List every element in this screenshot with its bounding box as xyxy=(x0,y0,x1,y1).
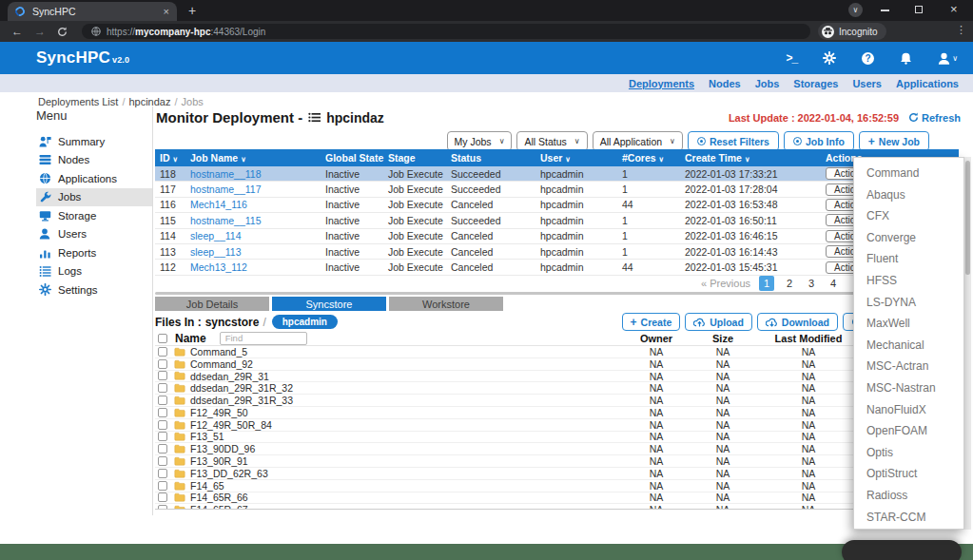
folder-name[interactable]: F14_65R_67 xyxy=(190,504,248,510)
application-menu-item[interactable]: NanoFluidX xyxy=(854,399,963,421)
folder-name[interactable]: F13_90DD_96 xyxy=(190,443,255,454)
new-job-button[interactable]: +New Job xyxy=(859,131,929,151)
application-menu-item[interactable]: Mechanical xyxy=(854,335,963,357)
file-row[interactable]: F14_65 NA NA NA xyxy=(155,480,959,492)
jobs-scope-select[interactable]: My Jobs∨ xyxy=(447,131,513,151)
nav-users[interactable]: Users xyxy=(852,78,882,89)
job-row[interactable]: 114 sleep__114 Inactive Job Execute Canc… xyxy=(155,229,959,244)
job-name-link[interactable]: Mech14_116 xyxy=(185,199,321,210)
pagination-page[interactable]: 1 xyxy=(759,276,774,291)
name-column-header[interactable]: Name xyxy=(175,332,206,345)
application-menu-item[interactable]: Command xyxy=(854,163,963,184)
folder-name[interactable]: Command_5 xyxy=(190,346,247,357)
create-button[interactable]: +Create xyxy=(622,313,681,331)
jobs-column-header[interactable]: Status∨ xyxy=(446,152,535,164)
file-row[interactable]: F12_49R_50 NA NA NA xyxy=(155,407,959,419)
sidebar-item-nodes[interactable]: Nodes xyxy=(36,151,152,170)
status-select[interactable]: All Status∨ xyxy=(516,131,587,151)
application-menu-item[interactable]: LS-DYNA xyxy=(854,292,963,314)
application-menu-item[interactable]: MaxWell xyxy=(854,313,963,335)
tab-close-icon[interactable]: × xyxy=(164,7,169,17)
application-menu-item[interactable]: OpenFOAM xyxy=(854,420,963,442)
row-checkbox[interactable] xyxy=(158,383,167,393)
window-close-button[interactable]: × xyxy=(950,2,958,16)
user-menu[interactable]: ∨ xyxy=(938,52,958,65)
folder-name[interactable]: F13_DD_62R_63 xyxy=(190,468,268,479)
application-menu-item[interactable]: MSC-Actran xyxy=(854,356,963,377)
folder-name[interactable]: ddsedan_29R_31R_33 xyxy=(190,395,293,406)
application-menu-item[interactable]: Abaqus xyxy=(854,184,963,206)
sidebar-item-settings[interactable]: Settings xyxy=(36,280,152,299)
application-menu-item[interactable]: Optis xyxy=(854,442,963,464)
window-maximize-button[interactable] xyxy=(915,6,923,13)
pagination-page[interactable]: 4 xyxy=(827,278,840,289)
row-checkbox[interactable] xyxy=(158,396,167,405)
job-name-link[interactable]: hostname__115 xyxy=(185,215,321,226)
folder-name[interactable]: F12_49R_50R_84 xyxy=(190,419,272,431)
job-row[interactable]: 116 Mech14_116 Inactive Job Execute Canc… xyxy=(155,198,959,213)
job-name-link[interactable]: sleep__113 xyxy=(185,246,321,258)
file-row[interactable]: Command_92 NA NA NA xyxy=(155,358,959,371)
job-row[interactable]: 117 hostname__117 Inactive Job Execute S… xyxy=(155,182,959,197)
row-checkbox[interactable] xyxy=(158,420,167,430)
back-icon[interactable]: ← xyxy=(11,25,23,38)
folder-name[interactable]: F13_90R_91 xyxy=(190,455,248,467)
path-chip[interactable]: hpcadmin xyxy=(272,315,338,329)
folder-name[interactable]: F13_51 xyxy=(190,431,224,442)
tab-workstore[interactable]: Workstore xyxy=(389,297,503,311)
jobs-column-header[interactable]: Create Time∨ xyxy=(680,152,821,164)
folder-name[interactable]: ddsedan_29R_31 xyxy=(190,371,269,382)
pagination-previous[interactable]: « Previous xyxy=(701,278,750,289)
application-menu-item[interactable]: Fluent xyxy=(854,248,963,270)
tab-search-icon[interactable]: ∨ xyxy=(848,3,863,17)
terminal-icon[interactable]: >_ xyxy=(786,51,797,65)
breadcrumb-deployments-list[interactable]: Deployments List xyxy=(38,96,118,107)
jobs-column-header[interactable]: #Cores∨ xyxy=(617,152,680,164)
jobs-column-header[interactable]: Stage∨ xyxy=(383,152,446,164)
job-row[interactable]: 115 hostname__115 Inactive Job Execute S… xyxy=(155,213,959,228)
notifications-bell-icon[interactable] xyxy=(900,52,912,65)
browser-menu-icon[interactable]: ⋮ xyxy=(956,24,966,36)
pagination-page[interactable]: 3 xyxy=(805,278,818,289)
sidebar-item-jobs[interactable]: Jobs xyxy=(36,188,152,207)
sidebar-item-reports[interactable]: Reports xyxy=(36,243,152,262)
file-row[interactable]: F13_90R_91 NA NA NA xyxy=(155,455,959,468)
job-name-link[interactable]: hostname__118 xyxy=(185,168,321,180)
jobs-column-header[interactable]: User∨ xyxy=(535,152,617,164)
row-checkbox[interactable] xyxy=(158,432,167,441)
owner-column-header[interactable]: Owner xyxy=(623,333,690,344)
application-menu-item[interactable]: Radioss xyxy=(854,485,963,507)
size-column-header[interactable]: Size xyxy=(690,333,756,344)
nav-jobs[interactable]: Jobs xyxy=(755,78,780,89)
row-checkbox[interactable] xyxy=(158,444,167,454)
reset-filters-button[interactable]: Reset Filters xyxy=(688,131,779,151)
row-checkbox[interactable] xyxy=(158,505,167,510)
job-info-button[interactable]: Job Info xyxy=(784,131,854,151)
application-menu-item[interactable]: Converge xyxy=(854,227,963,249)
nav-applications[interactable]: Applications xyxy=(896,78,959,89)
url-bar[interactable]: https://mycompany-hpc:44363/Login xyxy=(82,24,810,39)
application-menu-item[interactable]: OptiStruct xyxy=(854,463,963,485)
tab-syncstore[interactable]: Syncstore xyxy=(272,297,386,311)
site-info-icon[interactable] xyxy=(91,27,101,36)
horizontal-scrollbar[interactable] xyxy=(155,292,957,295)
nav-deployments[interactable]: Deployments xyxy=(629,78,694,89)
file-row[interactable]: ddsedan_29R_31R_33 NA NA NA xyxy=(155,395,959,407)
help-icon[interactable]: ? xyxy=(862,52,874,65)
nav-nodes[interactable]: Nodes xyxy=(709,78,741,89)
pagination-page[interactable]: 2 xyxy=(783,278,796,289)
row-checkbox[interactable] xyxy=(158,371,167,380)
settings-gear-icon[interactable] xyxy=(823,51,836,65)
jobs-column-header[interactable]: Global State∨ xyxy=(321,152,383,164)
jobs-column-header[interactable]: Job Name∨ xyxy=(185,152,321,164)
job-row[interactable]: 112 Mech13_112 Inactive Job Execute Canc… xyxy=(155,260,959,275)
job-name-link[interactable]: hostname__117 xyxy=(185,183,321,195)
sidebar-item-summary[interactable]: Summary xyxy=(36,132,152,151)
application-menu-item[interactable]: CFX xyxy=(854,205,963,227)
job-row[interactable]: 113 sleep__113 Inactive Job Execute Canc… xyxy=(155,244,959,260)
tab-job-details[interactable]: Job Details xyxy=(155,297,269,311)
folder-name[interactable]: F12_49R_50 xyxy=(190,407,248,418)
sidebar-item-logs[interactable]: Logs xyxy=(36,262,152,281)
upload-button[interactable]: Upload xyxy=(685,313,752,331)
row-checkbox[interactable] xyxy=(158,408,167,417)
